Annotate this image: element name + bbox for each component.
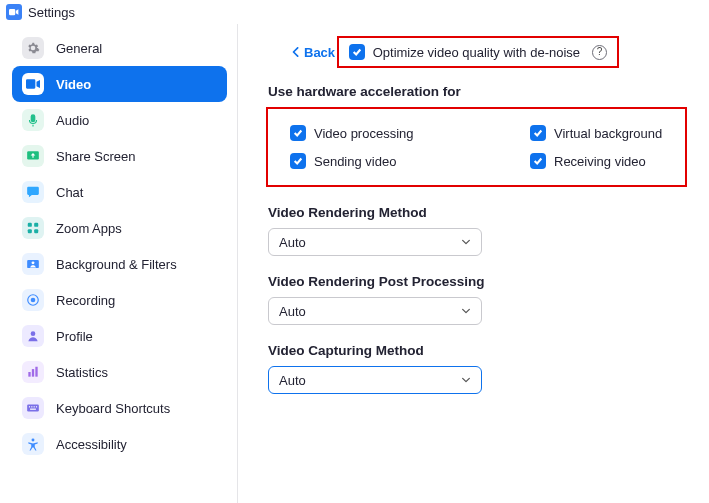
- video-icon: [22, 73, 44, 95]
- sidebar-item-label: Statistics: [56, 365, 108, 380]
- zoom-app-icon: [6, 4, 22, 20]
- sidebar-item-label: Share Screen: [56, 149, 136, 164]
- gear-icon: [22, 37, 44, 59]
- svg-rect-10: [28, 372, 30, 377]
- svg-point-19: [32, 438, 35, 441]
- capturing-method-title: Video Capturing Method: [268, 343, 687, 358]
- svg-rect-4: [34, 229, 38, 233]
- optimize-label: Optimize video quality with de-noise: [373, 45, 580, 60]
- receiving-video-label: Receiving video: [554, 154, 646, 169]
- chevron-down-icon: [461, 237, 471, 247]
- sidebar-item-label: Chat: [56, 185, 83, 200]
- sidebar-item-share-screen[interactable]: Share Screen: [12, 138, 227, 174]
- receiving-video-checkbox[interactable]: [530, 153, 546, 169]
- sidebar-item-label: Zoom Apps: [56, 221, 122, 236]
- svg-rect-13: [27, 405, 39, 412]
- sidebar-item-recording[interactable]: Recording: [12, 282, 227, 318]
- sidebar-item-video[interactable]: Video: [12, 66, 227, 102]
- profile-icon: [22, 325, 44, 347]
- virtual-background-checkbox[interactable]: [530, 125, 546, 141]
- sidebar-item-keyboard-shortcuts[interactable]: Keyboard Shortcuts: [12, 390, 227, 426]
- svg-rect-18: [30, 409, 36, 410]
- svg-rect-14: [29, 406, 30, 407]
- sidebar-item-label: Recording: [56, 293, 115, 308]
- back-link[interactable]: Back: [292, 45, 335, 60]
- sending-video-checkbox[interactable]: [290, 153, 306, 169]
- svg-rect-12: [35, 367, 37, 377]
- sidebar-item-background-filters[interactable]: Background & Filters: [12, 246, 227, 282]
- settings-sidebar: GeneralVideoAudioShare ScreenChatZoom Ap…: [0, 24, 238, 503]
- sidebar-item-label: Keyboard Shortcuts: [56, 401, 170, 416]
- sidebar-item-zoom-apps[interactable]: Zoom Apps: [12, 210, 227, 246]
- sidebar-item-label: Profile: [56, 329, 93, 344]
- sidebar-item-profile[interactable]: Profile: [12, 318, 227, 354]
- sidebar-item-label: Video: [56, 77, 91, 92]
- sidebar-item-chat[interactable]: Chat: [12, 174, 227, 210]
- chat-icon: [22, 181, 44, 203]
- post-processing-value: Auto: [279, 304, 306, 319]
- statistics-icon: [22, 361, 44, 383]
- video-processing-label: Video processing: [314, 126, 414, 141]
- svg-point-8: [31, 298, 36, 303]
- accessibility-icon: [22, 433, 44, 455]
- svg-rect-17: [36, 406, 37, 407]
- virtual-background-label: Virtual background: [554, 126, 662, 141]
- rendering-method-select[interactable]: Auto: [268, 228, 482, 256]
- svg-rect-1: [28, 223, 32, 227]
- highlight-optimize: Optimize video quality with de-noise ?: [337, 36, 619, 68]
- settings-content: Back Optimize video quality with de-nois…: [238, 24, 709, 503]
- chevron-down-icon: [461, 306, 471, 316]
- sending-video-label: Sending video: [314, 154, 396, 169]
- svg-rect-11: [32, 369, 34, 377]
- sidebar-item-label: General: [56, 41, 102, 56]
- recording-icon: [22, 289, 44, 311]
- optimize-checkbox[interactable]: [349, 44, 365, 60]
- apps-icon: [22, 217, 44, 239]
- sidebar-item-general[interactable]: General: [12, 30, 227, 66]
- post-processing-select[interactable]: Auto: [268, 297, 482, 325]
- share-icon: [22, 145, 44, 167]
- audio-icon: [22, 109, 44, 131]
- sidebar-item-accessibility[interactable]: Accessibility: [12, 426, 227, 462]
- post-processing-title: Video Rendering Post Processing: [268, 274, 687, 289]
- rendering-method-value: Auto: [279, 235, 306, 250]
- back-label: Back: [304, 45, 335, 60]
- sidebar-item-label: Background & Filters: [56, 257, 177, 272]
- svg-point-6: [32, 261, 35, 264]
- titlebar: Settings: [0, 0, 709, 24]
- svg-rect-16: [34, 406, 35, 407]
- hw-accel-title: Use hardware acceleration for: [268, 84, 687, 99]
- sidebar-item-label: Audio: [56, 113, 89, 128]
- bgfilters-icon: [22, 253, 44, 275]
- capturing-method-value: Auto: [279, 373, 306, 388]
- svg-point-9: [31, 331, 36, 336]
- sidebar-item-audio[interactable]: Audio: [12, 102, 227, 138]
- svg-rect-3: [28, 229, 32, 233]
- rendering-method-title: Video Rendering Method: [268, 205, 687, 220]
- help-icon[interactable]: ?: [592, 45, 607, 60]
- sidebar-item-statistics[interactable]: Statistics: [12, 354, 227, 390]
- capturing-method-select[interactable]: Auto: [268, 366, 482, 394]
- window-title: Settings: [28, 5, 75, 20]
- highlight-hw-accel: Video processing Virtual background Send…: [266, 107, 687, 187]
- sidebar-item-label: Accessibility: [56, 437, 127, 452]
- svg-rect-2: [34, 223, 38, 227]
- video-processing-checkbox[interactable]: [290, 125, 306, 141]
- keyboard-icon: [22, 397, 44, 419]
- svg-rect-15: [31, 406, 32, 407]
- chevron-down-icon: [461, 375, 471, 385]
